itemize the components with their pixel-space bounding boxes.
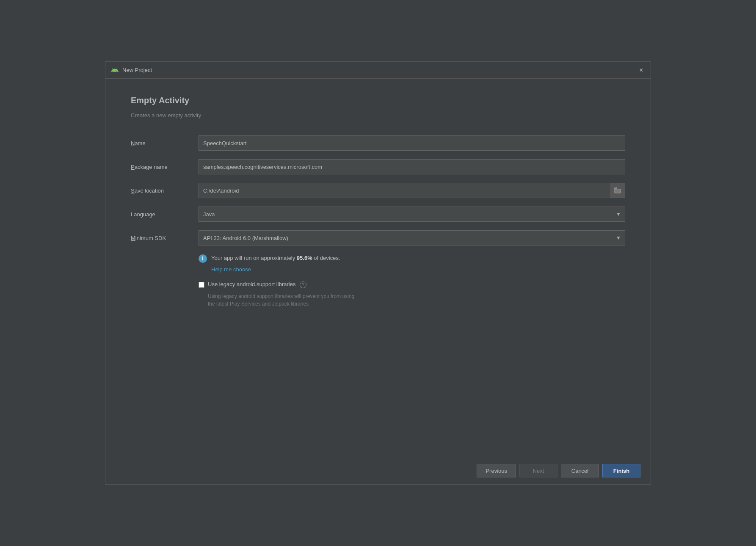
dialog-title: New Project — [122, 67, 637, 73]
browse-folder-button[interactable] — [610, 183, 625, 198]
checkbox-description: Using legacy android.support libraries w… — [208, 292, 625, 308]
previous-button[interactable]: Previous — [477, 464, 516, 477]
info-text: Your app will run on approximately 95.6%… — [211, 254, 340, 262]
question-icon[interactable]: ? — [300, 281, 306, 288]
save-location-input[interactable] — [199, 183, 625, 198]
package-name-input[interactable] — [199, 159, 625, 174]
help-me-choose-link[interactable]: Help me choose — [211, 266, 625, 273]
save-location-row: Save location — [131, 183, 625, 198]
minimum-sdk-label: Minimum SDK — [131, 235, 199, 241]
language-select-wrapper: Java Kotlin ▼ — [199, 207, 625, 222]
info-text-prefix: Your app will run on approximately — [211, 255, 297, 261]
minimum-sdk-select-wrapper: API 21: Android 5.0 (Lollipop) API 22: A… — [199, 230, 625, 245]
language-label: Language — [131, 211, 199, 218]
close-button[interactable]: × — [637, 66, 646, 74]
legacy-checkbox[interactable] — [199, 282, 204, 288]
dialog-content: Empty Activity Creates a new empty activ… — [105, 79, 651, 457]
info-row: i Your app will run on approximately 95.… — [199, 254, 625, 263]
info-percent: 95.6% — [297, 255, 312, 261]
save-location-field — [199, 183, 625, 198]
info-icon: i — [199, 254, 207, 263]
minimum-sdk-select[interactable]: API 21: Android 5.0 (Lollipop) API 22: A… — [199, 230, 625, 245]
title-bar: New Project × — [105, 62, 651, 79]
name-input[interactable] — [199, 135, 625, 151]
cancel-button[interactable]: Cancel — [561, 464, 599, 477]
finish-button[interactable]: Finish — [602, 464, 640, 477]
name-label: Name — [131, 140, 199, 146]
footer: Previous Next Cancel Finish — [105, 457, 651, 484]
next-button[interactable]: Next — [519, 464, 557, 477]
minimum-sdk-row: Minimum SDK API 21: Android 5.0 (Lollipo… — [131, 230, 625, 245]
language-select[interactable]: Java Kotlin — [199, 207, 625, 222]
package-name-row: Package name — [131, 159, 625, 174]
info-text-suffix: of devices. — [312, 255, 340, 261]
language-row: Language Java Kotlin ▼ — [131, 207, 625, 222]
activity-subtitle: Creates a new empty activity — [131, 112, 625, 119]
name-row: Name — [131, 135, 625, 151]
android-icon — [110, 66, 119, 74]
activity-title: Empty Activity — [131, 96, 625, 105]
save-location-label: Save location — [131, 188, 199, 194]
legacy-checkbox-row: Use legacy android.support libraries ? — [199, 281, 625, 288]
legacy-checkbox-label: Use legacy android.support libraries ? — [208, 281, 306, 288]
package-name-label: Package name — [131, 164, 199, 170]
info-block: i Your app will run on approximately 95.… — [199, 254, 625, 273]
new-project-dialog: New Project × Empty Activity Creates a n… — [105, 61, 651, 485]
